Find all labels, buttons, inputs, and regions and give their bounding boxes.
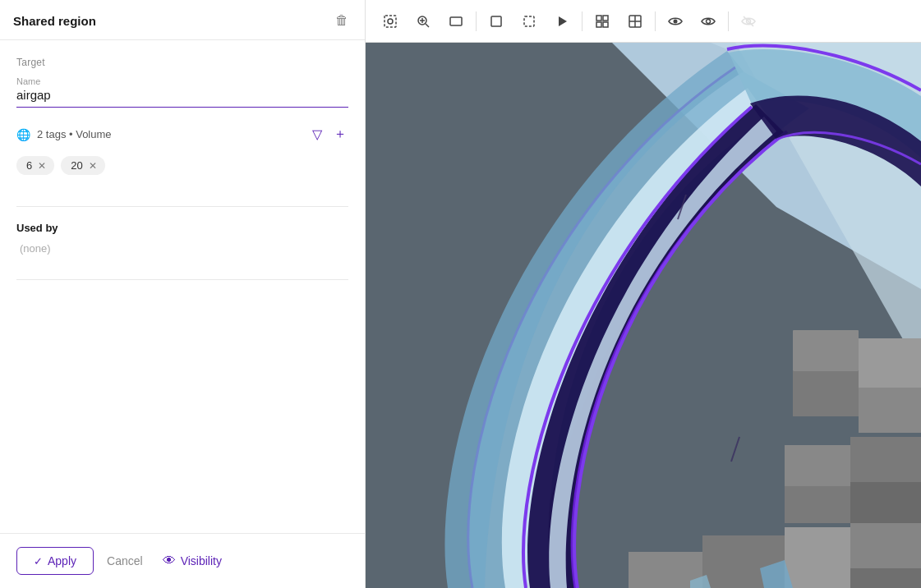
tag-remove-6[interactable]: ✕ [38,160,46,172]
divider-2 [16,279,348,280]
separator-4 [728,11,729,31]
zoom-tool[interactable] [408,7,438,36]
panel-body: Target Name airgap 🌐 2 tags • Volume ▽ ＋… [0,40,365,533]
svg-rect-27 [850,437,921,482]
grid2-tool[interactable] [620,7,650,36]
name-field-label: Name [16,76,348,86]
divider-1 [16,206,348,207]
tags-actions: ▽ ＋ [311,124,348,145]
dotted-rect-tool[interactable] [514,7,544,36]
apply-button[interactable]: ✓ Apply [16,547,94,575]
viewport-canvas[interactable] [366,43,921,588]
svg-rect-11 [596,22,601,27]
eye2-tool[interactable] [693,7,723,36]
eye-visibility-icon: 👁 [163,554,176,568]
cancel-button[interactable]: Cancel [104,548,146,574]
separator-3 [655,11,656,31]
tag-value-6: 6 [26,159,32,172]
apply-label: Apply [48,554,76,567]
rectangle-tool[interactable] [441,7,471,36]
visibility-button[interactable]: 👁 Visibility [163,554,222,568]
svg-rect-10 [603,16,608,21]
svg-rect-30 [785,486,850,523]
svg-rect-24 [859,338,921,388]
svg-point-17 [707,19,711,23]
eye3-tool [734,7,763,36]
svg-line-3 [426,24,429,27]
svg-rect-7 [491,16,501,26]
svg-rect-25 [793,371,859,416]
svg-rect-9 [596,16,601,21]
svg-rect-12 [603,22,608,27]
separator-1 [476,11,477,31]
svg-rect-28 [850,482,921,523]
delete-icon[interactable]: 🗑 [332,11,352,30]
name-field-value[interactable]: airgap [16,88,348,102]
svg-point-16 [674,19,678,23]
tags-row: 🌐 2 tags • Volume ▽ ＋ [16,124,348,145]
tags-info-text: 2 tags • Volume [37,128,112,140]
tag-remove-20[interactable]: ✕ [89,160,97,172]
panel-footer: ✓ Apply Cancel 👁 Visibility [0,533,365,588]
panel-header: Shared region 🗑 [0,0,365,40]
left-panel: Shared region 🗑 Target Name airgap 🌐 2 t… [0,0,366,588]
svg-rect-6 [450,17,462,25]
tag-value-20: 20 [71,159,82,172]
target-label: Target [16,57,348,68]
used-by-section: Used by (none) [16,222,348,255]
used-by-label: Used by [16,222,348,234]
check-icon: ✓ [34,555,43,567]
svg-rect-33 [850,568,921,588]
separator-2 [582,11,583,31]
viewport-svg [366,43,921,588]
svg-rect-0 [385,16,396,27]
select-region-tool[interactable] [375,7,405,36]
name-field-wrapper: Name airgap [16,76,348,108]
visibility-label: Visibility [181,554,222,567]
viewport[interactable] [366,0,921,588]
svg-point-1 [388,19,393,24]
used-by-value: (none) [16,242,348,255]
svg-rect-23 [793,330,859,371]
eye-tool[interactable] [661,7,690,36]
tag-chip-20: 20 ✕ [61,156,104,175]
square-tool[interactable] [481,7,511,36]
add-tag-icon[interactable]: ＋ [332,124,348,145]
svg-rect-26 [859,388,921,433]
globe-icon: 🌐 [16,128,30,141]
filter-icon[interactable]: ▽ [311,125,324,144]
svg-rect-8 [524,16,534,26]
tags-info: 🌐 2 tags • Volume [16,128,112,141]
svg-rect-29 [785,445,850,486]
toolbar [366,0,921,43]
panel-title: Shared region [13,14,96,28]
tags-chips: 6 ✕ 20 ✕ [16,156,348,175]
grid-tool[interactable] [587,7,617,36]
svg-rect-31 [850,523,921,568]
svg-rect-32 [785,527,850,588]
tag-chip-6: 6 ✕ [16,156,54,175]
run-tool[interactable] [547,7,577,36]
